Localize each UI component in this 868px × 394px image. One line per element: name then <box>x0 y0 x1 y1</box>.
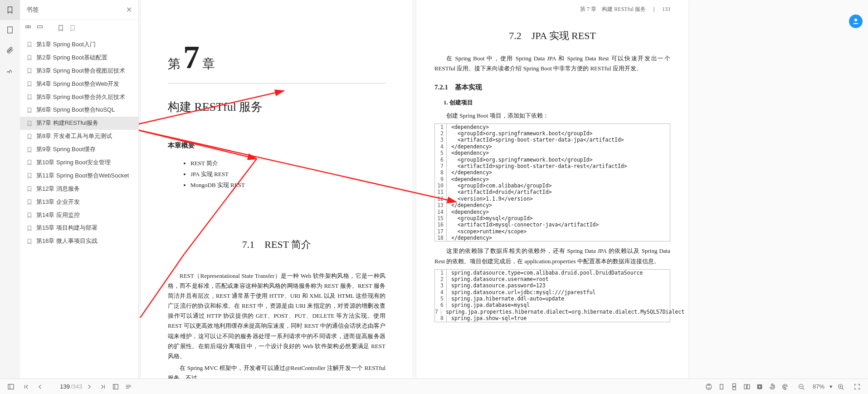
bookmarks-tab-icon[interactable] <box>0 0 20 20</box>
paragraph: REST（Representational State Transfer）是一种… <box>168 271 385 361</box>
chapter-number: 7 <box>183 41 200 74</box>
bookmark-icon <box>26 186 33 192</box>
status-bar: /343 87% ▾ <box>0 379 868 394</box>
bookmark-item[interactable]: 第5章 Spring Boot整合持久层技术 <box>20 91 138 104</box>
paragraph: 这里的依赖除了数据库相关的依赖外，还有 Spring Data JPA 的依赖以… <box>434 246 670 266</box>
zoom-dropdown-icon[interactable]: ▾ <box>829 383 833 390</box>
bookmark-label: 第13章 企业开发 <box>36 198 80 206</box>
bookmark-item[interactable]: 第10章 Spring Boot安全管理 <box>20 156 138 169</box>
svg-rect-16 <box>720 384 723 389</box>
svg-rect-2 <box>29 26 31 28</box>
next-page-icon[interactable] <box>83 380 96 393</box>
zoom-value: 87% <box>809 383 828 390</box>
fullscreen-icon[interactable] <box>851 380 863 393</box>
reflow-icon[interactable] <box>122 380 135 393</box>
bookmark-label: 第8章 开发者工具与单元测试 <box>36 133 112 140</box>
bookmark-icon <box>26 159 33 166</box>
document-viewer[interactable]: 第 7 章 构建 RESTful 服务 本章概要 REST 简介JPA 实现 R… <box>139 0 868 379</box>
bookmark-icon <box>26 225 33 231</box>
bookmark-item[interactable]: 第9章 Spring Boot缓存 <box>20 143 138 156</box>
play-icon[interactable] <box>753 380 766 393</box>
bookmark-outline-icon[interactable] <box>69 25 76 32</box>
bookmark-icon <box>26 133 33 140</box>
step-heading: 1. 创建项目 <box>444 98 670 108</box>
paragraph: 创建 Spring Boot 项目，添加如下依赖： <box>434 111 670 121</box>
svg-line-28 <box>842 388 844 389</box>
svg-point-9 <box>854 19 857 21</box>
bookmark-icon <box>26 212 33 218</box>
bookmark-item[interactable]: 第8章 开发者工具与单元测试 <box>20 130 138 143</box>
svg-rect-3 <box>38 26 43 28</box>
svg-rect-17 <box>733 384 736 386</box>
section-7-1-title: 7.1 REST 简介 <box>168 236 385 253</box>
bookmark-panel-title: 书签 <box>26 6 39 14</box>
code-block-properties: 1spring.datasource.type=com.alibaba.drui… <box>434 269 670 322</box>
zoom-out-icon[interactable] <box>795 380 808 393</box>
bookmark-item[interactable]: 第6章 Spring Boot整合NoSQL <box>20 103 138 117</box>
svg-rect-19 <box>744 384 746 389</box>
left-toolbar <box>0 0 20 379</box>
gist-heading: 本章概要 <box>168 140 385 152</box>
bookmark-icon <box>26 107 33 113</box>
bookmark-icon <box>26 147 33 153</box>
bookmark-icon <box>26 172 33 179</box>
page-header: 第 7 章 构建 RESTful 服务 ｜ 133 <box>434 5 670 14</box>
bookmark-label: 第14章 应用监控 <box>36 212 80 219</box>
bookmark-icon <box>26 199 33 205</box>
bookmark-item[interactable]: 第3章 Spring Boot整合视图层技术 <box>20 64 138 78</box>
fit-page-icon[interactable] <box>109 380 122 393</box>
bookmark-item[interactable]: 第7章 构建RESTful服务 <box>20 117 138 130</box>
bookmark-icon <box>26 54 33 61</box>
page-number-input[interactable] <box>47 383 70 390</box>
collapse-all-icon[interactable] <box>36 25 44 32</box>
bookmark-label: 第9章 Spring Boot缓存 <box>36 146 96 153</box>
pages-tab-icon[interactable] <box>0 20 20 40</box>
add-bookmark-icon[interactable] <box>57 25 64 32</box>
toggle-sidebar-icon[interactable] <box>5 380 17 393</box>
rotate-ccw-icon[interactable] <box>766 380 779 393</box>
signatures-tab-icon[interactable] <box>0 60 20 80</box>
chapter-suffix: 章 <box>202 53 215 75</box>
bookmark-icon <box>26 41 33 48</box>
bookmark-item[interactable]: 第13章 企业开发 <box>20 196 138 209</box>
paragraph: 在 Spring MVC 框架中，开发者可以通过@RestController … <box>168 363 385 379</box>
section-7-2-1-title: 7.2.1 基本实现 <box>434 82 670 94</box>
zoom-in-icon[interactable] <box>834 380 847 393</box>
two-page-icon[interactable] <box>741 380 753 393</box>
list-item: JPA 实现 REST <box>190 169 385 179</box>
paragraph: 在 Spring Boot 中，使用 Spring Data JPA 和 Spr… <box>434 54 670 74</box>
bookmark-label: 第2章 Spring Boot基础配置 <box>36 54 107 62</box>
bookmark-icon <box>26 94 33 100</box>
expand-all-icon[interactable] <box>24 25 32 32</box>
bookmark-item[interactable]: 第12章 消息服务 <box>20 182 138 196</box>
rotate-cw-icon[interactable] <box>779 380 791 393</box>
last-page-icon[interactable] <box>97 380 109 393</box>
bookmark-toolbar <box>20 20 138 36</box>
bookmark-label: 第1章 Spring Boot入门 <box>36 41 96 49</box>
first-page-icon[interactable] <box>20 380 33 393</box>
bookmark-item[interactable]: 第16章 微人事项目实战 <box>20 235 138 248</box>
bookmark-item[interactable]: 第2章 Spring Boot基础配置 <box>20 51 138 64</box>
bookmark-label: 第6章 Spring Boot整合NoSQL <box>36 106 115 114</box>
bookmark-panel: 书签 ✕ 第1章 Spring Boot入门第2章 Spring Boot基础配… <box>20 0 139 379</box>
page-total: /343 <box>71 383 82 390</box>
bookmark-item[interactable]: 第11章 Spring Boot整合WebSocket <box>20 169 138 182</box>
svg-rect-0 <box>8 27 13 33</box>
page-left: 第 7 章 构建 RESTful 服务 本章概要 REST 简介JPA 实现 R… <box>141 0 413 379</box>
bookmark-item[interactable]: 第14章 应用监控 <box>20 209 138 222</box>
bookmark-item[interactable]: 第4章 Spring Boot整合Web开发 <box>20 78 138 91</box>
svg-rect-14 <box>113 384 118 389</box>
attachments-tab-icon[interactable] <box>0 40 20 60</box>
close-icon[interactable]: ✕ <box>126 5 132 14</box>
svg-rect-10 <box>8 384 14 389</box>
prev-page-icon[interactable] <box>34 380 46 393</box>
single-page-icon[interactable] <box>715 380 728 393</box>
bookmark-item[interactable]: 第1章 Spring Boot入门 <box>20 38 138 51</box>
bookmark-label: 第4章 Spring Boot整合Web开发 <box>36 80 119 88</box>
bookmark-label: 第16章 微人事项目实战 <box>36 237 98 245</box>
read-aloud-icon[interactable] <box>702 380 715 393</box>
user-avatar[interactable] <box>849 15 863 28</box>
bookmark-label: 第3章 Spring Boot整合视图层技术 <box>36 67 125 75</box>
bookmark-item[interactable]: 第15章 项目构建与部署 <box>20 222 138 235</box>
continuous-icon[interactable] <box>728 380 741 393</box>
